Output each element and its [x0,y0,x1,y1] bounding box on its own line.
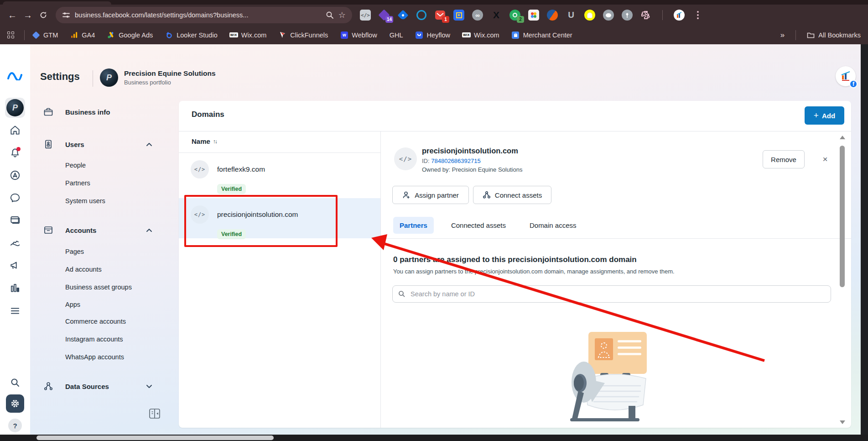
nav-pages[interactable]: Pages [65,248,84,255]
chevron-down-icon[interactable] [146,382,152,390]
bookmark-star-icon[interactable]: ☆ [338,10,346,20]
notifications-icon[interactable] [9,147,21,158]
settings-gear-icon[interactable] [6,394,24,413]
sort-icon[interactable]: ↑↓ [213,138,217,145]
apps-grid-icon[interactable] [7,31,14,38]
domain-row-precisionjointsolution[interactable]: </> precisionjointsolution.com Verified [179,198,380,238]
seo-ring-extension-icon[interactable] [416,9,427,21]
extensions-puzzle-icon[interactable] [640,9,652,21]
bookmark-gtm[interactable]: GTM [32,31,58,39]
close-icon[interactable]: × [819,153,832,166]
bookmark-wix-1[interactable]: WIX Wix.com [230,31,267,39]
snapchat-icon[interactable] [584,9,596,21]
looker-studio-icon [165,31,173,39]
connect-assets-button[interactable]: Connect assets [473,186,551,204]
all-tools-icon[interactable] [10,305,21,316]
bookmarks-overflow[interactable]: » [780,31,785,40]
nav-whatsapp-accounts[interactable]: WhatsApp accounts [65,353,124,361]
chevron-up-icon[interactable] [146,140,152,148]
theme-extension-icon[interactable]: 14 [378,9,390,21]
frame-extension-icon[interactable] [453,9,465,21]
bookmark-heyflow[interactable]: Heyflow [415,31,450,39]
nav-business-asset-groups[interactable]: Business asset groups [65,284,132,291]
bookmark-clickfunnels[interactable]: ClickFunnels [279,31,328,39]
swirl-extension-icon[interactable] [546,9,558,21]
mail-extension-icon[interactable]: 1 [434,9,446,21]
insights-icon[interactable] [9,282,21,294]
nav-system-users[interactable]: System users [65,197,105,205]
partner-search-input[interactable] [410,290,825,298]
tab-partners[interactable]: Partners [393,217,434,234]
connect-assets-icon [483,191,491,199]
tab-connected-assets[interactable]: Connected assets [445,217,512,234]
nav-commerce-accounts[interactable]: Commerce accounts [65,318,126,325]
engagement-icon[interactable] [9,237,21,249]
photos-extension-icon[interactable] [528,9,540,21]
profile-avatar[interactable] [673,9,685,21]
link-extension-icon[interactable]: ∞ [472,9,483,21]
u-extension-icon[interactable]: U [565,9,577,21]
horizontal-scrollbar-thumb[interactable] [36,436,274,440]
nav-partners[interactable]: Partners [65,179,90,187]
ads-icon[interactable] [9,259,21,271]
bookmark-google-ads[interactable]: Google Ads [107,31,153,39]
business-portfolio-avatar[interactable]: P [100,68,118,87]
screen: { "browser": { "url": "business.facebook… [0,0,868,441]
add-domain-button[interactable]: + Add [805,106,844,125]
pin-extension-icon[interactable] [621,9,633,21]
rank-extension-icon[interactable]: 2 [509,9,521,21]
chevron-up-icon-2[interactable] [146,226,152,234]
url-text[interactable]: business.facebook.com/latest/settings/do… [75,11,321,19]
nav-instagram-accounts[interactable]: Instagram accounts [65,336,123,343]
tab-domain-access[interactable]: Domain access [523,217,583,234]
all-bookmarks[interactable]: All Bookmarks [807,31,861,39]
scroll-down-arrow[interactable] [840,420,845,424]
browser-menu-icon[interactable] [692,9,704,21]
bookmark-wix-2[interactable]: WIX Wix.com [463,31,499,39]
domain-row-forteflexk9[interactable]: </> forteflexk9.com Verified [179,153,380,198]
x-twitter-icon[interactable]: X [490,9,502,21]
scrollbar-thumb[interactable] [840,146,845,287]
forward-button[interactable]: → [20,7,36,23]
back-button[interactable]: ← [5,7,20,23]
search-icon[interactable] [10,377,21,388]
address-bar[interactable]: business.facebook.com/latest/settings/do… [56,7,352,23]
partner-search[interactable] [392,285,831,303]
remove-button[interactable]: Remove [763,150,805,168]
domain-id-link[interactable]: 784802686392715 [431,158,480,164]
theme-badge: 14 [385,16,393,23]
boost-icon[interactable] [9,169,21,181]
tabs-divider [381,238,851,239]
meta-logo[interactable] [7,71,23,80]
verified-badge: Verified [217,184,246,194]
nav-apps[interactable]: Apps [65,301,80,308]
reload-button[interactable] [36,7,51,23]
site-info-icon[interactable] [62,11,70,19]
browser-horizontal-scrollbar[interactable] [0,435,868,441]
help-icon[interactable]: ? [8,419,22,432]
nav-ad-accounts[interactable]: Ad accounts [65,266,102,273]
active-tab[interactable] [3,1,111,5]
reddit-icon[interactable] [603,9,614,21]
bookmark-webflow[interactable]: w Webflow [340,31,377,39]
content-icon[interactable] [9,214,21,226]
home-icon[interactable] [9,124,21,136]
bookmark-looker-studio[interactable]: Looker Studio [165,31,217,39]
bookmark-ghl[interactable]: GHL [390,31,403,39]
assign-partner-button[interactable]: Assign partner [392,186,469,204]
code-extension-icon[interactable]: </> [359,9,371,21]
collapse-sidebar-icon[interactable] [149,408,161,421]
bookmark-ga4[interactable]: GA4 [70,31,95,39]
browser-vertical-scrollbar-track[interactable] [861,44,868,441]
scroll-up-arrow[interactable] [840,136,845,139]
panel-scrollbar[interactable] [838,134,847,426]
account-avatar[interactable]: f [836,66,857,87]
name-column-header[interactable]: Name ↑↓ [192,137,217,145]
browser-toolbar: ← → business.facebook.com/latest/setting… [0,5,868,26]
nav-people[interactable]: People [65,162,86,169]
tag-extension-icon[interactable] [397,9,409,21]
zoom-icon[interactable] [326,11,334,19]
inbox-icon[interactable] [9,192,21,204]
bookmark-merchant-center[interactable]: Merchant Center [512,31,572,39]
business-avatar[interactable]: P [5,98,25,118]
